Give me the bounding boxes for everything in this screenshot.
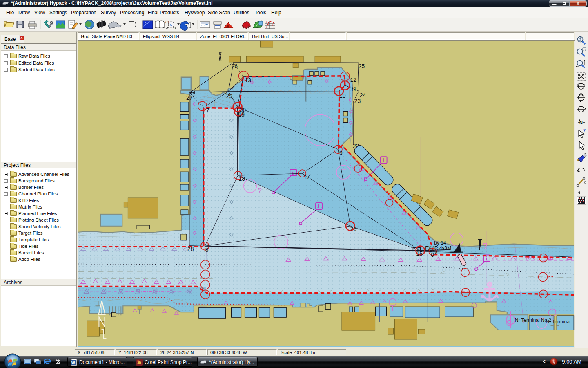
- svg-text:29: 29: [226, 93, 233, 99]
- svg-text:8: 8: [205, 247, 209, 253]
- svg-text:9: 9: [339, 150, 343, 156]
- svg-text:11: 11: [351, 86, 357, 92]
- svg-text:by 14: by 14: [434, 240, 446, 246]
- svg-text:!: !: [347, 175, 349, 181]
- svg-text:FXI)R 4s3M: FXI)R 4s3M: [425, 245, 451, 251]
- svg-text:26: 26: [350, 226, 357, 232]
- svg-text:28: 28: [173, 27, 176, 30]
- svg-text:15: 15: [416, 250, 423, 257]
- svg-text:5: 5: [170, 23, 172, 27]
- svg-text:17: 17: [303, 174, 310, 180]
- svg-text:22: 22: [353, 143, 359, 149]
- svg-text:i: i: [292, 170, 294, 176]
- svg-text:7: 7: [206, 107, 209, 114]
- svg-text:N: N: [579, 120, 583, 125]
- svg-text:?: ?: [583, 128, 586, 133]
- svg-text:N- Termina: N- Termina: [546, 319, 570, 325]
- svg-text:28: 28: [187, 246, 194, 252]
- svg-text:25: 25: [359, 63, 365, 70]
- svg-text:i: i: [383, 157, 384, 163]
- svg-text:19: 19: [238, 112, 245, 118]
- svg-text:10: 10: [339, 92, 346, 99]
- svg-text:18: 18: [239, 175, 245, 182]
- svg-text:23: 23: [354, 98, 361, 104]
- svg-text:?: ?: [483, 241, 488, 250]
- svg-text:27: 27: [186, 94, 193, 101]
- svg-text:i: i: [318, 203, 319, 209]
- svg-text:W: W: [71, 360, 76, 365]
- svg-text:?: ?: [258, 187, 261, 195]
- svg-text:12: 12: [350, 76, 357, 83]
- svg-text:26: 26: [232, 63, 238, 70]
- svg-text:0: 0: [431, 251, 434, 258]
- svg-text:13: 13: [245, 77, 252, 83]
